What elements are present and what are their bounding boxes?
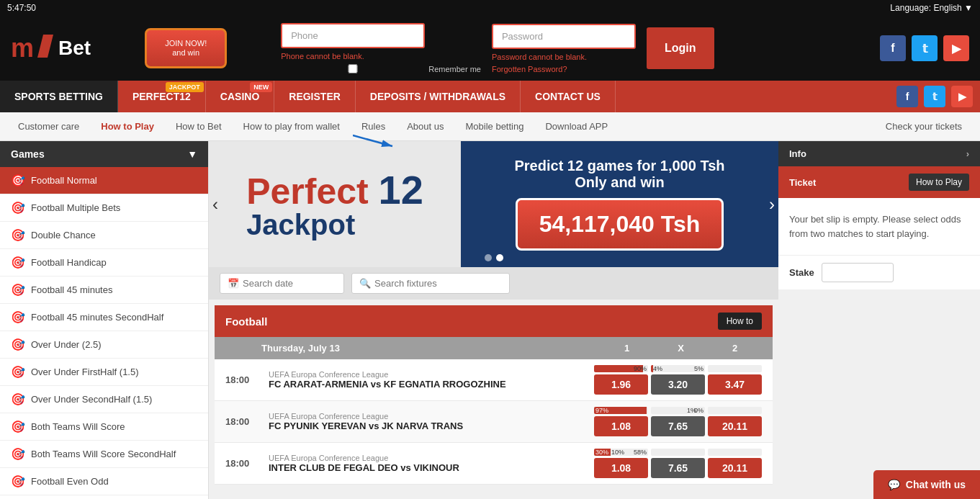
odd-1-button[interactable]: 1.08 <box>594 458 648 478</box>
chat-with-us-button[interactable]: 💬 Chat with us <box>873 470 980 499</box>
nav-perfect12[interactable]: PERFECT12 JACKPOT <box>118 81 206 112</box>
subnav-how-to-bet[interactable]: How to Bet <box>165 112 233 140</box>
subnav-rules[interactable]: Rules <box>351 112 396 140</box>
sidebar-item-label: Over Under SecondHalf (1.5) <box>31 394 152 405</box>
fixture-search-input[interactable] <box>374 278 502 289</box>
nav-deposits-label: DEPOSITS / WITHDRAWALS <box>370 91 505 102</box>
sidebar-item-football-normal[interactable]: 🎯 Football Normal <box>0 167 208 194</box>
sidebar-item-label: Over Under (2.5) <box>31 339 102 350</box>
subnav-mobile[interactable]: Mobile betting <box>455 112 535 140</box>
bullet-icon: 🎯 <box>11 228 25 242</box>
odd-2-button[interactable]: 20.11 <box>708 458 762 478</box>
banner-dot-1[interactable] <box>485 254 492 261</box>
password-input[interactable] <box>492 24 636 49</box>
pct-bar-x <box>651 449 705 456</box>
ticket-body: Your bet slip is empty. Please select od… <box>778 198 980 255</box>
subnav-how-to-play[interactable]: How to Play <box>90 112 165 140</box>
sidebar-item-even-odd[interactable]: 🎯 Football Even Odd <box>0 468 208 495</box>
odd-2-wrap: 20.11 <box>708 407 762 436</box>
nav-register[interactable]: REGISTER <box>274 81 356 112</box>
bullet-icon: 🎯 <box>11 310 25 324</box>
subnav-customer-care[interactable]: Customer care <box>7 112 90 140</box>
odd-1-button[interactable]: 1.96 <box>594 374 648 395</box>
banner-prev-button[interactable]: ‹ <box>212 194 218 215</box>
sidebar-item-double-chance[interactable]: 🎯 Double Chance <box>0 222 208 249</box>
nav-facebook-icon[interactable]: f <box>896 86 918 107</box>
join-btn-text: JOIN NOW! <box>165 39 207 48</box>
phone-error: Phone cannot be blank. <box>281 52 481 60</box>
calendar-icon: 📅 <box>228 278 239 289</box>
twitter-icon[interactable]: 𝕥 <box>912 35 938 61</box>
pct-bar-1: 30% 10% 58% <box>594 449 648 456</box>
odd-2-button[interactable]: 3.47 <box>708 374 762 395</box>
banner-dot-2[interactable] <box>496 254 503 261</box>
odd-1-button[interactable]: 1.08 <box>594 416 648 436</box>
sidebar-item-label: Both Teams Will Score SecondHalf <box>31 449 176 459</box>
sidebar-header[interactable]: Games ▼ <box>0 141 208 167</box>
stake-input[interactable] <box>822 263 894 282</box>
subnav-tickets[interactable]: Check your tickets <box>875 112 973 140</box>
nav-contact[interactable]: CONTACT US <box>521 81 616 112</box>
football-how-to-button[interactable]: How to <box>718 313 762 330</box>
match-row: 18:00 UEFA Europa Conference League INTE… <box>215 443 773 485</box>
banner-jackpot-amount: 54,117,040 Tsh <box>516 198 724 251</box>
match-time: 18:00 <box>225 416 261 427</box>
odd-x-button[interactable]: 3.20 <box>651 374 705 395</box>
sidebar-item-45min-second[interactable]: 🎯 Football 45 minutes SecondHalf <box>0 304 208 331</box>
chat-icon: 💬 <box>888 479 900 490</box>
youtube-icon[interactable]: ▶ <box>943 35 969 61</box>
odd-x-wrap: 7.65 <box>651 449 705 478</box>
nav-youtube-icon[interactable]: ▶ <box>951 86 973 107</box>
sidebar-item-both-teams-sh[interactable]: 🎯 Both Teams Will Score SecondHalf <box>0 441 208 468</box>
sidebar-item-football-multiple[interactable]: 🎯 Football Multiple Bets <box>0 194 208 222</box>
banner-next-button[interactable]: › <box>769 194 775 215</box>
football-section-title: Football <box>225 315 267 328</box>
ticket-how-to-play-button[interactable]: How to Play <box>909 174 969 191</box>
forgot-password-link[interactable]: Forgotten Password? <box>492 65 636 73</box>
bullet-icon: 🎯 <box>11 201 25 215</box>
sidebar-item-over-under-sh[interactable]: 🎯 Over Under SecondHalf (1.5) <box>0 386 208 413</box>
sidebar-item-perfect12[interactable]: 🎯 M.Bet Perfect12 <box>0 495 208 499</box>
subnav-about[interactable]: About us <box>396 112 454 140</box>
sidebar-item-label: Double Chance <box>31 230 96 240</box>
nav-sports-betting[interactable]: SPORTS BETTING <box>0 81 118 112</box>
odd-x-button[interactable]: 7.65 <box>651 458 705 478</box>
ticket-section: Ticket How to Play Your bet slip is empt… <box>778 166 980 289</box>
sidebar-item-45min[interactable]: 🎯 Football 45 minutes <box>0 277 208 304</box>
login-button[interactable]: Login <box>647 27 714 69</box>
nav-twitter-icon[interactable]: 𝕥 <box>924 86 945 107</box>
stake-row: Stake <box>778 255 980 289</box>
subnav-download[interactable]: Download APP <box>534 112 619 140</box>
join-now-button[interactable]: JOIN NOW! and win <box>145 28 227 68</box>
center-content: Perfect 12 Jackpot Predict 12 games for … <box>209 141 778 499</box>
sidebar-item-over-under-25[interactable]: 🎯 Over Under (2.5) <box>0 331 208 359</box>
date-search-input[interactable] <box>243 278 336 289</box>
banner: Perfect 12 Jackpot Predict 12 games for … <box>209 141 778 267</box>
main-nav: SPORTS BETTING PERFECT12 JACKPOT CASINO … <box>0 81 980 112</box>
odd-x-wrap: 4% 5% 3.20 <box>651 365 705 395</box>
odd-x-button[interactable]: 7.65 <box>651 416 705 436</box>
nav-deposits[interactable]: DEPOSITS / WITHDRAWALS <box>356 81 521 112</box>
sidebar-item-over-under-fh[interactable]: 🎯 Over Under FirstHalf (1.5) <box>0 359 208 386</box>
bullet-icon: 🎯 <box>11 338 25 351</box>
col-1-header: 1 <box>600 343 654 354</box>
search-bar: 📅 🔍 <box>209 267 778 300</box>
odd-2-button[interactable]: 20.11 <box>708 416 762 436</box>
sidebar-item-both-teams-score[interactable]: 🎯 Both Teams Will Score <box>0 413 208 441</box>
sidebar-title: Games <box>11 148 45 160</box>
sidebar-item-label: Over Under FirstHalf (1.5) <box>31 367 139 377</box>
sidebar-item-handicap[interactable]: 🎯 Football Handicap <box>0 249 208 277</box>
match-info: UEFA Europa Conference League FC ARARAT-… <box>261 370 594 390</box>
match-time: 18:00 <box>225 374 261 385</box>
phone-input[interactable] <box>281 23 425 48</box>
nav-sports-betting-label: SPORTS BETTING <box>14 91 103 102</box>
subnav-how-to-play-wallet[interactable]: How to play from wallet <box>233 112 351 140</box>
banner-jackpot-word: Jackpot <box>246 210 423 239</box>
nav-casino[interactable]: CASINO NEW <box>206 81 274 112</box>
remember-checkbox[interactable] <box>281 64 425 73</box>
banner-only-text: Only and win <box>575 174 664 191</box>
match-league: UEFA Europa Conference League <box>269 454 587 462</box>
language-selector[interactable]: Language: English ▼ <box>890 3 973 13</box>
match-teams: FC ARARAT-ARMENIA vs KF EGNATIA RROGOZHI… <box>269 379 587 390</box>
facebook-icon[interactable]: f <box>880 35 906 61</box>
